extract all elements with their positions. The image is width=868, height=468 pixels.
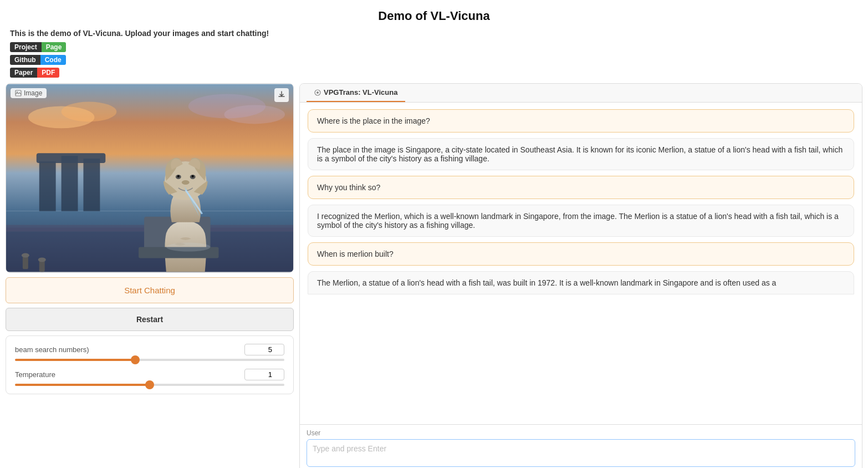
- temperature-value[interactable]: [244, 369, 284, 380]
- image-icon: [15, 90, 22, 96]
- chat-tab-label: VPGTrans: VL-Vicuna: [324, 88, 397, 96]
- svg-point-23: [22, 253, 29, 257]
- temperature-slider[interactable]: [15, 384, 284, 386]
- badge-project[interactable]: Project Page: [10, 42, 858, 52]
- temperature-slider-row: Temperature: [15, 369, 284, 386]
- download-icon: [278, 90, 285, 98]
- svg-rect-10: [83, 159, 100, 211]
- badge-code-label: Code: [40, 55, 66, 65]
- beam-search-label: beam search numbers): [15, 345, 89, 354]
- svg-point-28: [316, 91, 319, 94]
- image-label: Image: [11, 88, 47, 98]
- svg-point-19: [192, 175, 194, 177]
- message-5: When is merlion built?: [308, 242, 854, 266]
- badge-github[interactable]: Github Code: [10, 55, 858, 65]
- svg-point-25: [38, 257, 46, 262]
- merlion-image: [6, 84, 293, 272]
- svg-rect-8: [39, 161, 56, 211]
- message-2: The place in the image is Singapore, a c…: [308, 138, 854, 170]
- chat-tab-vpgtrans[interactable]: VPGTrans: VL-Vicuna: [307, 84, 405, 102]
- message-1-text: Where is the place in the image?: [317, 116, 430, 125]
- svg-point-4: [62, 102, 117, 122]
- user-input-section: User: [300, 424, 862, 468]
- user-input[interactable]: [307, 439, 855, 467]
- temperature-label: Temperature: [15, 370, 55, 379]
- user-input-label: User: [307, 429, 855, 437]
- chat-tab-icon: [314, 89, 321, 96]
- restart-button[interactable]: Restart: [6, 308, 294, 331]
- message-3-text: Why you think so?: [317, 183, 380, 192]
- badge-project-label: Project: [10, 42, 42, 52]
- beam-search-value[interactable]: [244, 344, 284, 355]
- badge-paper[interactable]: Paper PDF: [10, 68, 858, 78]
- page-title: Demo of VL-Vicuna: [0, 0, 868, 29]
- svg-point-6: [224, 105, 285, 124]
- svg-point-26: [166, 243, 211, 252]
- main-layout: Image: [0, 83, 868, 468]
- left-panel: Image: [6, 83, 294, 468]
- subtitle: This is the demo of VL-Vicuna. Upload yo…: [0, 29, 868, 42]
- right-panel: VPGTrans: VL-Vicuna Where is the place i…: [299, 83, 862, 468]
- beam-search-slider-row: beam search numbers): [15, 344, 284, 361]
- message-2-text: The place in the image is Singapore, a c…: [317, 145, 843, 163]
- svg-point-20: [182, 180, 190, 185]
- message-6-text: The Merlion, a statue of a lion's head w…: [317, 278, 776, 287]
- message-4: I recognized the Merlion, which is a wel…: [308, 205, 854, 237]
- badge-page-label: Page: [42, 42, 67, 52]
- svg-point-18: [177, 175, 180, 177]
- badge-paper-label: Paper: [10, 68, 37, 78]
- start-chatting-button[interactable]: Start Chatting: [6, 277, 294, 303]
- svg-rect-9: [62, 156, 78, 211]
- beam-search-slider[interactable]: [15, 359, 284, 361]
- message-5-text: When is merlion built?: [317, 250, 394, 258]
- chat-tab-bar: VPGTrans: VL-Vicuna: [300, 84, 862, 103]
- image-container: Image: [6, 83, 294, 273]
- badge-github-label: Github: [10, 55, 40, 65]
- message-3: Why you think so?: [308, 176, 854, 199]
- chat-messages: Where is the place in the image? The pla…: [300, 103, 862, 424]
- slider-section: beam search numbers) Temperature: [6, 335, 294, 394]
- message-6: The Merlion, a statue of a lion's head w…: [308, 271, 854, 294]
- message-1: Where is the place in the image?: [308, 109, 854, 133]
- svg-rect-11: [37, 153, 106, 163]
- image-download-button[interactable]: [274, 88, 289, 102]
- badge-pdf-label: PDF: [37, 68, 59, 78]
- badge-row: Project Page Github Code Paper PDF: [0, 42, 868, 83]
- message-4-text: I recognized the Merlion, which is a wel…: [317, 212, 839, 230]
